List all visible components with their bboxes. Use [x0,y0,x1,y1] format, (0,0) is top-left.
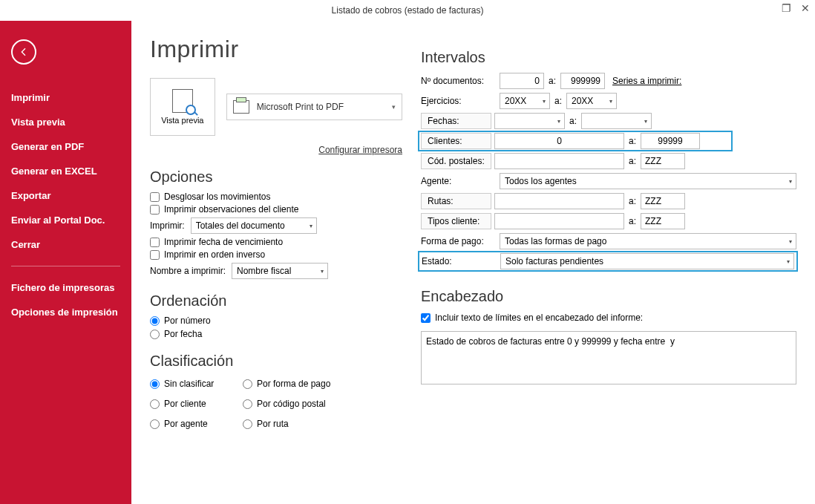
agente-select[interactable]: Todos los agentes▾ [500,173,796,189]
nav-exportar[interactable]: Exportar [11,183,120,208]
rutas-to-input[interactable]: ZZZ [641,193,685,209]
imprimir-label: Imprimir: [150,220,185,231]
printer-name: Microsoft Print to PDF [257,102,344,112]
ejercicios-label: Ejercicios: [421,96,500,106]
nav-opciones-impresion[interactable]: Opciones de impresión [11,300,120,324]
radio-por-numero[interactable] [150,316,160,326]
chk-desglosar[interactable] [150,192,160,202]
window-title: Listado de cobros (estado de facturas) [332,5,484,16]
clientes-from-input[interactable]: 0 [494,133,624,149]
agente-label: Agente: [421,176,500,186]
clasificacion-heading: Clasificación [150,353,402,370]
radio-codigo-postal[interactable] [243,399,252,409]
radio-forma-pago[interactable] [243,379,252,389]
nav-cerrar[interactable]: Cerrar [11,232,120,257]
cp-from-input[interactable] [494,153,624,169]
title-bar: Listado de cobros (estado de facturas) ❐… [0,0,815,21]
nav-imprimir[interactable]: Imprimir [11,85,120,110]
opciones-heading: Opciones [150,168,402,186]
nav-generar-pdf[interactable]: Generar en PDF [11,134,120,159]
imprimir-select[interactable]: Totales del documento▾ [191,217,317,234]
ejerc-to-select[interactable]: 20XX▾ [566,93,617,109]
ejerc-from-select[interactable]: 20XX▾ [500,93,550,109]
maximize-icon[interactable]: ❐ [781,3,791,13]
encabezado-textarea[interactable] [421,331,796,384]
tipos-to-input[interactable]: ZZZ [641,213,685,229]
chk-fecha-vencimiento[interactable] [150,238,160,247]
nombre-imprimir-label: Nombre a imprimir: [150,266,226,276]
chk-observaciones[interactable] [150,205,160,215]
nav-generar-excel[interactable]: Generar en EXCEL [11,159,120,183]
configurar-impresora-link[interactable]: Configurar impresora [150,145,402,155]
intervalos-heading: Intervalos [421,49,796,66]
cp-to-input[interactable]: ZZZ [641,153,685,169]
rutas-from-input[interactable] [494,193,624,209]
printer-select[interactable]: Microsoft Print to PDF ▾ [226,94,402,120]
chevron-down-icon: ▾ [392,103,396,111]
ndoc-label: Nº documentos: [421,76,500,86]
estado-label: Estado: [422,256,500,266]
ndoc-from-input[interactable]: 0 [500,73,544,89]
clientes-to-input[interactable]: 99999 [641,133,700,149]
codpostales-btn[interactable]: Cód. postales: [421,153,491,169]
nombre-imprimir-select[interactable]: Nombre fiscal▾ [232,263,328,279]
ordenacion-heading: Ordenación [150,292,402,310]
radio-por-fecha[interactable] [150,330,160,339]
chevron-down-icon: ▾ [310,223,312,229]
fecha-from-select[interactable]: ▾ [494,113,565,129]
encabezado-heading: Encabezado [421,288,796,305]
nav-vista-previa[interactable]: Vista previa [11,110,120,134]
tiposcliente-btn[interactable]: Tipos cliente: [421,213,491,229]
radio-sin-clasificar[interactable] [150,379,160,389]
close-icon[interactable]: ✕ [800,3,811,13]
sidebar: Imprimir Vista previa Generar en PDF Gen… [0,21,131,504]
page-title: Imprimir [150,36,402,63]
rutas-btn[interactable]: Rutas: [421,193,491,209]
fecha-to-select[interactable]: ▾ [581,113,652,129]
back-button[interactable] [11,39,36,65]
chk-incluir-texto[interactable] [421,313,431,323]
clientes-btn[interactable]: Clientes: [421,133,491,149]
printer-icon [233,100,249,114]
ndoc-to-input[interactable]: 999999 [560,73,605,89]
chk-orden-inverso[interactable] [150,250,160,260]
series-link[interactable]: Series a imprimir: [612,76,681,86]
vista-previa-button[interactable]: Vista previa [150,78,215,136]
document-preview-icon [172,89,193,113]
fpago-label: Forma de pago: [421,236,500,246]
chevron-down-icon: ▾ [321,268,324,275]
magnifier-icon [186,105,196,115]
radio-por-ruta[interactable] [243,419,252,429]
tipos-from-input[interactable] [494,213,624,229]
estado-select[interactable]: Solo facturas pendientes▾ [500,253,794,269]
fpago-select[interactable]: Todas las formas de pago▾ [500,233,796,249]
vista-previa-label: Vista previa [161,116,203,125]
nav-enviar-portal[interactable]: Enviar al Portal Doc. [11,208,120,232]
radio-por-agente[interactable] [150,419,160,429]
fechas-btn[interactable]: Fechas: [421,113,491,129]
nav-fichero-impresoras[interactable]: Fichero de impresoras [11,275,120,300]
radio-por-cliente[interactable] [150,399,160,409]
